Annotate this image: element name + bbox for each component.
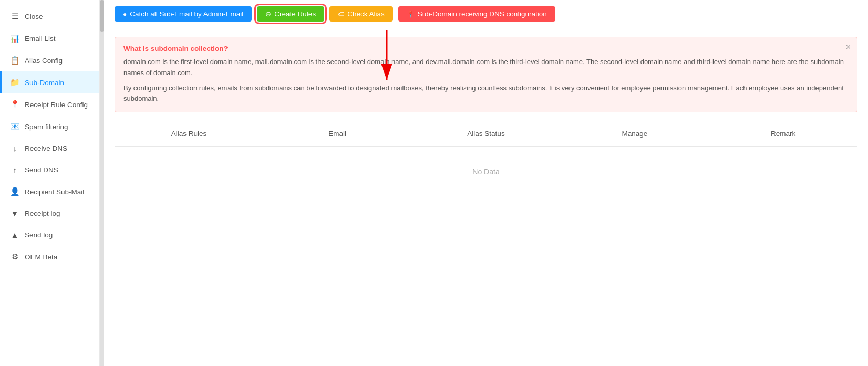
catch-all-button[interactable]: ● Catch all Sub-Email by Admin-Email (115, 6, 252, 22)
sidebar-scrollbar-thumb[interactable] (100, 0, 104, 32)
circle-icon: ● (123, 11, 127, 18)
alias-icon: 📋 (10, 56, 19, 65)
sidebar-item-label: Send DNS (25, 166, 58, 174)
location-icon: 📍 (407, 11, 415, 18)
sidebar-item-label: Sub-Domain (25, 79, 64, 87)
table-header: Alias Rules Email Alias Status Manage Re… (115, 121, 857, 147)
user-icon: 👤 (10, 187, 19, 196)
sidebar-item-receipt-rule-config[interactable]: 📍 Receipt Rule Config (0, 93, 99, 116)
col-email: Email (263, 127, 412, 141)
col-alias-rules: Alias Rules (115, 127, 263, 141)
sidebar-item-spam-filtering[interactable]: 📧 Spam filtering (0, 116, 99, 138)
sidebar-item-send-log[interactable]: ▲ Send log (0, 224, 99, 246)
info-box-text1: domain.com is the first-level domain nam… (123, 57, 849, 79)
sidebar-scroll-track: ☰ Close 📊 Email List 📋 Alias Config 📁 Su… (0, 5, 99, 268)
col-alias-status: Alias Status (412, 127, 561, 141)
sidebar-item-recipient-sub-mail[interactable]: 👤 Recipient Sub-Mail (0, 181, 99, 203)
folder-icon: 📁 (10, 78, 19, 87)
close-icon: ☰ (10, 12, 19, 21)
sidebar-item-send-dns[interactable]: ↑ Send DNS (0, 159, 99, 181)
data-table: Alias Rules Email Alias Status Manage Re… (115, 121, 857, 197)
collapse-icon: ▼ (10, 209, 19, 218)
bar-chart-icon: 📊 (10, 34, 19, 43)
spam-icon: 📧 (10, 122, 19, 131)
col-manage: Manage (560, 127, 709, 141)
main-content: ● Catch all Sub-Email by Admin-Email ⊕ C… (104, 0, 868, 366)
sidebar-item-close[interactable]: ☰ Close (0, 5, 99, 27)
sidebar-item-sub-domain[interactable]: 📁 Sub-Domain (0, 71, 99, 93)
table-empty-state: No Data (115, 147, 857, 197)
sidebar-scrollbar[interactable] (100, 0, 104, 366)
gear-icon: ⚙ (10, 252, 19, 262)
check-alias-button[interactable]: 🏷 Check Alias (329, 6, 393, 22)
sidebar-item-label: Recipient Sub-Mail (25, 188, 84, 196)
info-box: What is subdomain collection? domain.com… (115, 37, 857, 112)
tag-icon: 🏷 (338, 11, 344, 18)
info-box-title: What is subdomain collection? (123, 45, 849, 53)
sidebar-item-label: Alias Config (25, 57, 63, 65)
no-data-text: No Data (472, 168, 499, 176)
sidebar-item-label: Receipt Rule Config (25, 101, 88, 109)
sidebar-item-label: Close (25, 13, 43, 20)
sidebar-item-label: Send log (25, 231, 53, 239)
sidebar-item-label: Receive DNS (25, 144, 67, 152)
sidebar-item-receive-dns[interactable]: ↓ Receive DNS (0, 138, 99, 159)
create-rules-button[interactable]: ⊕ Create Rules (257, 6, 324, 22)
expand-icon: ▲ (10, 231, 19, 239)
plus-circle-icon: ⊕ (265, 10, 271, 18)
sidebar-item-label: OEM Beta (25, 253, 57, 261)
info-box-close-button[interactable]: × (846, 43, 851, 52)
sidebar-item-email-list[interactable]: 📊 Email List (0, 27, 99, 49)
sidebar-item-receipt-log[interactable]: ▼ Receipt log (0, 203, 99, 224)
pin-icon: 📍 (10, 100, 19, 109)
up-arrow-icon: ↑ (10, 165, 19, 174)
sidebar-item-label: Receipt log (25, 210, 60, 217)
info-box-text2: By configuring collection rules, emails … (123, 83, 849, 105)
toolbar: ● Catch all Sub-Email by Admin-Email ⊕ C… (104, 0, 868, 28)
sidebar-item-label: Spam filtering (25, 123, 68, 131)
sidebar-item-alias-config[interactable]: 📋 Alias Config (0, 49, 99, 71)
subdomain-dns-button[interactable]: 📍 Sub-Domain receiving DNS configuration (398, 6, 555, 22)
sidebar-item-label: Email List (25, 35, 56, 43)
col-remark: Remark (709, 127, 857, 141)
sidebar: ☰ Close 📊 Email List 📋 Alias Config 📁 Su… (0, 0, 100, 366)
sidebar-item-oem-beta[interactable]: ⚙ OEM Beta (0, 246, 99, 268)
down-arrow-icon: ↓ (10, 144, 19, 153)
